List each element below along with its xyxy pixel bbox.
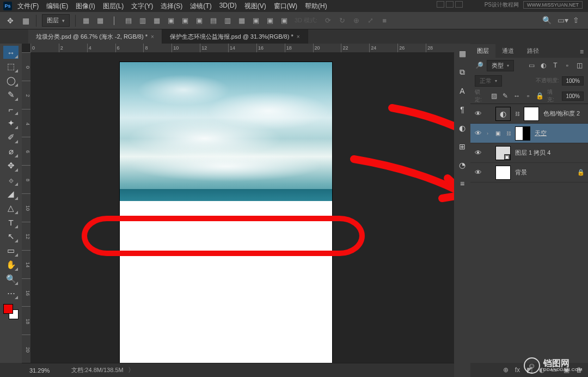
visibility-icon[interactable]: 👁	[474, 168, 482, 177]
filter-icon[interactable]: ◐	[539, 61, 548, 70]
tool-button[interactable]: ⟐	[3, 173, 19, 186]
layer-name[interactable]: 背景	[515, 168, 573, 177]
tab-paths[interactable]: 路径	[520, 44, 546, 58]
panel-group-icon[interactable]: A	[460, 87, 464, 95]
zoom-value[interactable]: 31.29%	[29, 367, 50, 374]
align-icon[interactable]: ▣	[279, 16, 289, 26]
document-canvas[interactable]	[120, 62, 332, 363]
lock-option-icon[interactable]: 🔒	[535, 92, 544, 100]
menu-item[interactable]: 滤镜(T)	[187, 1, 215, 12]
align-icon[interactable]: ▤	[124, 16, 133, 26]
close-icon[interactable]: ×	[151, 34, 154, 40]
share-icon[interactable]: ⇧	[573, 16, 583, 26]
panel-group-icon[interactable]: ◐	[459, 124, 465, 132]
visibility-icon[interactable]: 👁	[474, 149, 482, 157]
align-icon[interactable]: ▥	[138, 16, 148, 26]
align-icon[interactable]: ▦	[21, 16, 30, 26]
align-icon[interactable]: ▣	[265, 16, 275, 26]
filter-icon[interactable]: ▫	[563, 61, 572, 70]
close-icon[interactable]: ×	[297, 34, 300, 40]
tool-button[interactable]: ✥	[3, 159, 19, 172]
visibility-icon[interactable]: 👁	[474, 129, 482, 137]
panel-group-icon[interactable]: ▦	[459, 49, 466, 58]
menu-item[interactable]: 文字(Y)	[128, 1, 156, 12]
menu-item[interactable]: 3D(D)	[216, 1, 240, 12]
layer-row[interactable]: 👁◐⛓色相/饱和度 2	[470, 104, 588, 124]
align-icon[interactable]: ▣	[194, 16, 204, 26]
doc-size[interactable]: 文档:24.8M/138.5M〉	[71, 366, 134, 375]
menu-item[interactable]: 编辑(E)	[43, 1, 71, 12]
panel-group-icon[interactable]: ⊞	[459, 142, 465, 151]
panel-action-icon[interactable]: ⊕	[503, 366, 509, 374]
align-icon[interactable]: │	[109, 16, 119, 26]
layer-target-dropdown[interactable]: 图层	[42, 14, 70, 27]
layer-row[interactable]: 👁›▣⛓天空	[470, 124, 588, 143]
layer-row[interactable]: 👁背景🔒	[470, 163, 588, 183]
tool-button[interactable]: △	[3, 202, 19, 215]
layer-name[interactable]: 天空	[535, 129, 585, 137]
menu-item[interactable]: 图像(I)	[72, 1, 98, 12]
mask-thumb[interactable]	[515, 126, 530, 141]
align-icon[interactable]: ▦	[152, 16, 162, 26]
tool-button[interactable]: 🔍	[3, 272, 19, 285]
document-tab[interactable]: 垃圾分类.psd @ 66.7% (海水 -2, RGB/8) *×	[28, 29, 162, 44]
menu-item[interactable]: 选择(S)	[157, 1, 186, 12]
filter-icon[interactable]: ▭	[527, 61, 536, 70]
opacity-value[interactable]: 100%	[562, 76, 584, 86]
layer-row[interactable]: 👁▣图层 1 拷贝 4	[470, 143, 588, 163]
tool-button[interactable]: ✎	[3, 88, 19, 101]
menu-item[interactable]: 窗口(W)	[271, 1, 301, 12]
layer-name[interactable]: 图层 1 拷贝 4	[515, 149, 585, 157]
tool-button[interactable]: ◢	[3, 187, 19, 200]
align-icon[interactable]: ▥	[223, 16, 232, 26]
search-icon[interactable]: 🔍	[542, 16, 552, 26]
panel-action-icon[interactable]: fx	[515, 366, 520, 374]
menu-item[interactable]: 帮助(H)	[302, 1, 330, 12]
align-icon[interactable]: ▣	[166, 16, 176, 26]
expand-icon[interactable]: ›	[487, 131, 491, 136]
lock-option-icon[interactable]: ▨	[489, 92, 498, 100]
window-controls[interactable]	[437, 1, 463, 8]
tool-button[interactable]: ↖	[3, 230, 19, 243]
document-tab[interactable]: 保护生态环境公益海报.psd @ 31.3%(RGB/8) *×	[162, 29, 308, 44]
tool-button[interactable]: ⬚	[3, 60, 19, 73]
align-icon[interactable]: ▤	[209, 16, 218, 26]
filter-icon[interactable]: ◫	[575, 61, 584, 70]
tool-button[interactable]: T	[3, 216, 19, 229]
menu-item[interactable]: 图层(L)	[100, 1, 127, 12]
layer-name[interactable]: 色相/饱和度 2	[543, 110, 585, 118]
align-icon[interactable]: ▣	[180, 16, 190, 26]
filter-icon[interactable]: T	[551, 61, 560, 70]
tool-button[interactable]: ✋	[3, 258, 19, 271]
tool-button[interactable]: ⌀	[3, 145, 19, 158]
tool-button[interactable]: ✐	[3, 131, 19, 144]
tool-button[interactable]: ⌐	[3, 102, 19, 115]
workspace-icon[interactable]: ▭▾	[558, 16, 567, 26]
filter-search-icon[interactable]: 🔎	[475, 61, 483, 70]
align-icon[interactable]: ▦	[81, 16, 91, 26]
panel-menu-icon[interactable]: ≡	[575, 46, 588, 58]
color-swatches[interactable]	[3, 304, 19, 319]
lock-option-icon[interactable]: ✎	[501, 92, 510, 100]
menu-item[interactable]: 视图(V)	[241, 1, 270, 12]
panel-group-icon[interactable]: ◔	[459, 161, 465, 169]
visibility-icon[interactable]: 👁	[474, 110, 482, 118]
align-icon[interactable]: ▦	[95, 16, 105, 26]
tool-button[interactable]: ↔	[3, 46, 19, 59]
tool-button[interactable]: ◯	[3, 74, 19, 87]
filter-type-dropdown[interactable]: 类型	[487, 60, 514, 71]
link-icon[interactable]: ⛓	[515, 111, 519, 117]
fill-value[interactable]: 100%	[562, 92, 584, 101]
tab-layers[interactable]: 图层	[470, 44, 495, 58]
align-icon[interactable]: ▣	[251, 16, 261, 26]
tool-button[interactable]: ⋯	[3, 287, 19, 300]
panel-group-icon[interactable]: ⧉	[460, 68, 465, 77]
menu-item[interactable]: 文件(F)	[14, 1, 42, 12]
panel-group-icon[interactable]: ≡	[460, 179, 464, 188]
link-icon[interactable]: ⛓	[506, 130, 511, 137]
align-icon[interactable]: ▦	[237, 16, 247, 26]
panel-group-icon[interactable]: ¶	[460, 105, 464, 114]
lock-option-icon[interactable]: ▫	[524, 92, 532, 100]
collapsed-panels[interactable]: ▦⧉A¶◐⊞◔≡	[454, 44, 470, 377]
tool-button[interactable]: ✦	[3, 117, 19, 130]
